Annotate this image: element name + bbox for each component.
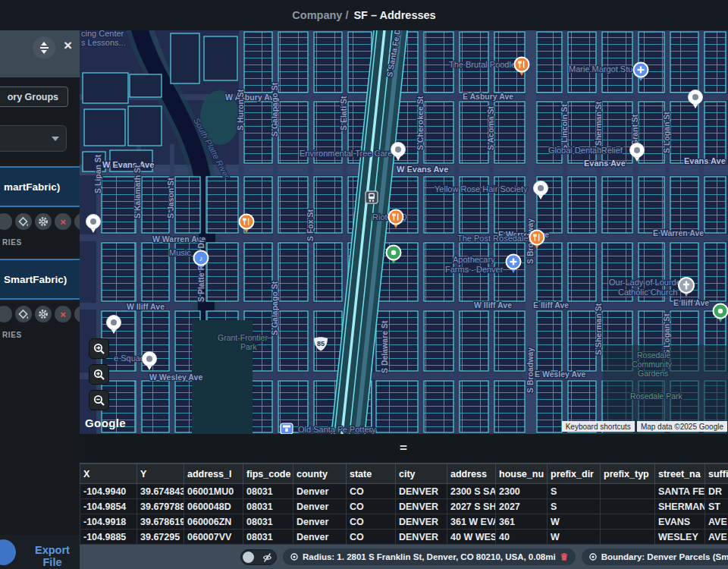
table-cell: S: [548, 484, 601, 499]
column-header-address[interactable]: address: [447, 464, 496, 484]
poi-label: Music: [169, 248, 191, 257]
layer-dropdown[interactable]: [0, 125, 67, 152]
column-header-state[interactable]: state: [347, 464, 396, 484]
magnifier-arrow-icon: [93, 343, 105, 355]
magnifier-plus-icon: [93, 369, 105, 381]
results-table-panel[interactable]: XYaddress_lfips_codecountystatecityaddre…: [80, 463, 728, 545]
street-label: S Broadway: [526, 347, 535, 393]
table-row[interactable]: -104.991839.678619060006ZN08031DenverCOD…: [80, 514, 728, 530]
poi-label: Grant-Frontier: [218, 333, 268, 342]
google-logo[interactable]: Google: [85, 417, 126, 429]
column-header-county[interactable]: county: [293, 464, 347, 484]
results-table: XYaddress_lfips_codecountystatecityaddre…: [80, 464, 728, 545]
street-label: S Jason St: [166, 178, 175, 218]
eye-slash-icon: [262, 552, 272, 563]
map-table-divider: =: [80, 434, 728, 463]
layer-label: martFabric): [4, 181, 60, 193]
layer-actions-row: ×: [0, 306, 80, 322]
table-cell: CO: [347, 499, 396, 514]
topbar: Company / SF – Addresses: [0, 0, 728, 30]
table-cell: 08031: [243, 530, 293, 545]
column-header-prefix_typ[interactable]: prefix_typ: [601, 464, 655, 484]
table-cell: DENVER: [396, 484, 447, 499]
table-cell: 39.679788: [137, 499, 184, 514]
layer-more-button[interactable]: [74, 306, 80, 322]
collapse-panel-button[interactable]: [33, 36, 55, 59]
close-panel-icon[interactable]: ×: [59, 37, 77, 53]
table-cell: DENVER: [396, 530, 447, 545]
red-x-icon: ×: [60, 310, 66, 319]
layer-extra-button[interactable]: [0, 213, 12, 230]
layer-item-buildings[interactable]: SmartFabric): [0, 259, 80, 300]
column-header-city[interactable]: city: [396, 464, 447, 484]
resize-handle[interactable]: =: [400, 441, 408, 456]
paint-bucket-icon: [18, 216, 29, 228]
layer-settings-button[interactable]: [35, 213, 52, 230]
zoom-in-button[interactable]: [89, 364, 109, 385]
poi-label: Gardens: [638, 369, 668, 378]
filter-chip-0[interactable]: Radius: 1. 2801 S Franklin St, Denver, C…: [283, 549, 576, 565]
street-label: S Delaware St: [380, 320, 389, 373]
street-label: W Evans Ave: [102, 160, 154, 169]
table-cell: [601, 499, 655, 514]
poi-label: Community: [632, 360, 673, 369]
visibility-toggle[interactable]: [240, 549, 277, 565]
table-row[interactable]: -104.988539.67295060007VV08031DenverCODE…: [80, 530, 728, 545]
transit-marker-icon[interactable]: [366, 191, 378, 203]
table-row[interactable]: -104.985439.6797880600048D08031DenverCOD…: [80, 499, 728, 514]
export-file-button[interactable]: Export File: [25, 544, 80, 568]
poi-label: cing Center: [81, 30, 124, 38]
map-canvas[interactable]: 85 W Asbury AveE Asbury AveW Evans AveW …: [80, 30, 728, 434]
street-label: E Warren Ave: [653, 228, 704, 237]
poi-label: Farms - Denver: [445, 265, 504, 274]
avatar[interactable]: [0, 539, 16, 565]
street-label: E Iliff Ave: [673, 298, 709, 307]
table-cell: S: [548, 499, 601, 514]
layer-extra-button[interactable]: [0, 306, 12, 322]
store-marker-icon[interactable]: [281, 423, 293, 434]
column-header-address_l[interactable]: address_l: [184, 464, 243, 484]
column-header-suffix[interactable]: suffix: [705, 464, 728, 484]
keyboard-shortcuts-link[interactable]: Keyboard shortcuts: [562, 421, 635, 432]
magnifier-minus-icon: [93, 395, 105, 407]
layer-settings-button[interactable]: [35, 306, 52, 322]
trash-icon[interactable]: [560, 552, 569, 561]
poi-label: Apothecary: [453, 255, 495, 264]
layer-label: SmartFabric): [4, 274, 67, 285]
table-cell: 0600048D: [184, 499, 243, 514]
breadcrumb[interactable]: Company /: [292, 9, 348, 21]
table-cell: Denver: [293, 530, 347, 545]
table-cell: -104.9940: [80, 484, 137, 499]
layer-more-button[interactable]: [74, 213, 80, 230]
style-paint-button[interactable]: [15, 306, 32, 322]
table-cell: Denver: [293, 499, 347, 514]
column-header-fips_code[interactable]: fips_code: [243, 464, 293, 484]
table-cell: 40 W WES: [447, 530, 496, 545]
poi-label: Global Dental Relief: [548, 146, 623, 155]
layer-item-parcels[interactable]: martFabric): [0, 166, 80, 207]
zoom-select-button[interactable]: [89, 338, 109, 359]
table-cell: SANTA FE: [655, 484, 705, 499]
street-label: S Galapago St: [270, 82, 279, 137]
filter-chip-1[interactable]: Boundary: Denver Parcels (SmartFabric): [582, 549, 728, 565]
remove-layer-button[interactable]: ×: [55, 213, 71, 230]
street-label: S Kalamath St: [133, 165, 142, 218]
table-cell: CO: [347, 514, 396, 530]
column-header-street_na[interactable]: street_na: [655, 464, 705, 484]
map-data-attribution[interactable]: Map data ©2025 Google: [637, 421, 727, 432]
table-cell: ST: [705, 499, 728, 514]
street-label: S Lincoln St: [560, 104, 569, 150]
remove-layer-button[interactable]: ×: [55, 306, 71, 322]
map-zoom-controls: [89, 338, 109, 410]
table-cell: CO: [347, 530, 396, 545]
style-paint-button[interactable]: [15, 213, 32, 230]
street-label: S Fox St: [306, 209, 315, 241]
column-header-house_nu[interactable]: house_nu: [496, 464, 548, 484]
column-header-Y[interactable]: Y: [137, 464, 184, 484]
column-header-prefix_dir[interactable]: prefix_dir: [548, 464, 601, 484]
zoom-out-button[interactable]: [89, 390, 109, 410]
category-groups-button[interactable]: ory Groups: [0, 86, 68, 107]
table-row[interactable]: -104.994039.67484306001MU008031DenverCOD…: [80, 484, 728, 499]
poi-label: Rosedale Park: [630, 391, 683, 401]
column-header-X[interactable]: X: [80, 464, 137, 484]
